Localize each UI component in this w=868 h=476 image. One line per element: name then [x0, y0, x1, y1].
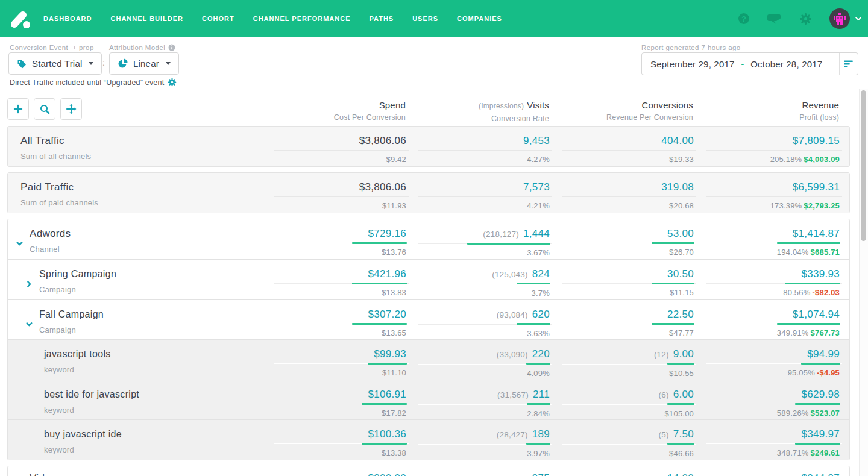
- spend-value[interactable]: $3,806.06: [359, 181, 406, 193]
- column-header-spend[interactable]: SpendCost Per Conversion: [264, 99, 408, 123]
- settings-icon[interactable]: [799, 13, 812, 25]
- cell-spend: $99.93$11.10: [265, 348, 409, 380]
- nav-item-companies[interactable]: COMPANIES: [457, 15, 502, 22]
- row-type: keyword: [44, 365, 265, 374]
- user-menu[interactable]: [829, 8, 862, 29]
- cell-visits: (33,090)2204.09%: [409, 348, 552, 380]
- column-subtitle: Conversion Rate: [408, 114, 549, 123]
- nav-item-paths[interactable]: PATHS: [370, 15, 394, 22]
- visits-value[interactable]: 824: [532, 268, 550, 280]
- row-name: Adwords: [30, 228, 265, 239]
- cell-spend: $300.00: [265, 472, 409, 476]
- nav-item-cohort[interactable]: COHORT: [202, 15, 234, 22]
- app-logo[interactable]: [8, 8, 30, 30]
- cell-conversions: (6)6.00$105.00: [552, 389, 696, 420]
- revenue-value[interactable]: $94.99: [807, 348, 840, 360]
- spend-sub: $13.38: [265, 448, 406, 457]
- chat-icon[interactable]: [767, 13, 782, 25]
- table-header: SpendCost Per Conversion(Impressions)Vis…: [7, 89, 850, 126]
- revenue-sub: 349.91%$767.73: [696, 328, 840, 337]
- column-header-revenue[interactable]: RevenueProfit (loss): [696, 99, 841, 123]
- visits-value[interactable]: 220: [532, 348, 550, 360]
- revenue-value[interactable]: $1,414.87: [793, 228, 840, 239]
- column-header-visits[interactable]: (Impressions)VisitsConversion Rate: [408, 99, 552, 123]
- table-row: javascript toolskeyword$99.93$11.10(33,0…: [8, 339, 849, 380]
- conversions-value[interactable]: 6.00: [673, 389, 694, 400]
- revenue-value[interactable]: $629.98: [801, 389, 840, 400]
- conversions-value[interactable]: 14.00: [667, 472, 694, 476]
- conversion-event-dropdown[interactable]: Started Trial: [8, 52, 102, 75]
- visits-value[interactable]: 211: [533, 389, 550, 400]
- conversions-value[interactable]: 30.50: [667, 268, 694, 280]
- attribution-model-dropdown[interactable]: Linear: [109, 52, 179, 75]
- nav-item-channel-performance[interactable]: CHANNEL PERFORMANCE: [253, 15, 351, 22]
- gear-icon[interactable]: [168, 78, 177, 87]
- column-title: Revenue: [696, 99, 839, 111]
- help-icon[interactable]: ?: [738, 13, 750, 25]
- cell-underline: [706, 150, 842, 151]
- row-name-cell: buy javascript idekeyword: [8, 428, 265, 460]
- conversions-value[interactable]: 7.50: [673, 428, 694, 440]
- vertical-scrollbar[interactable]: [859, 89, 868, 476]
- visits-secondary: (28,427): [497, 430, 528, 439]
- profit-amount: $523.07: [811, 409, 840, 418]
- conversions-value[interactable]: 22.50: [667, 308, 694, 320]
- spend-value[interactable]: $100.36: [368, 428, 406, 440]
- row-name-cell: best ide for javascriptkeyword: [8, 389, 265, 420]
- expand-down-icon[interactable]: [16, 239, 24, 250]
- spend-value[interactable]: $106.91: [368, 389, 406, 400]
- conversions-sub: $11.15: [552, 288, 694, 297]
- visits-value[interactable]: 7,573: [523, 181, 550, 193]
- info-icon[interactable]: [168, 44, 175, 51]
- spend-value[interactable]: $421.96: [368, 268, 406, 280]
- visits-sub: 4.21%: [409, 201, 550, 210]
- spend-value[interactable]: $3,806.06: [359, 135, 406, 146]
- cell-conversions: 22.50$47.77: [552, 308, 696, 340]
- revenue-value[interactable]: $349.97: [801, 428, 840, 440]
- conversions-value[interactable]: 53.00: [667, 228, 694, 239]
- expand-down-icon[interactable]: [25, 320, 33, 331]
- conversions-value[interactable]: 404.00: [661, 135, 694, 146]
- scrollbar-thumb[interactable]: [861, 90, 866, 241]
- date-start[interactable]: September 29, 2017: [650, 59, 735, 69]
- revenue-value[interactable]: $6,599.31: [793, 181, 840, 193]
- revenue-value[interactable]: $7,809.15: [793, 135, 840, 146]
- table-card: All TrafficSum of all channels$3,806.06$…: [7, 126, 850, 167]
- table-row: AdwordsChannel$729.16$13.76(218,127)1,44…: [8, 219, 849, 259]
- cell-spend: $729.16$13.76: [265, 228, 409, 259]
- avatar[interactable]: [829, 8, 850, 29]
- date-end[interactable]: October 28, 2017: [750, 59, 822, 69]
- nav-item-channel-builder[interactable]: CHANNEL BUILDER: [111, 15, 184, 22]
- conversions-sub: $46.66: [552, 449, 694, 458]
- cell-spend: $307.20$13.65: [265, 308, 409, 340]
- conversions-sub: $19.33: [552, 155, 694, 164]
- expand-right-icon[interactable]: [25, 280, 33, 290]
- visits-value[interactable]: 189: [532, 428, 550, 440]
- visits-value[interactable]: 975: [532, 472, 550, 476]
- revenue-value[interactable]: $944.97: [801, 472, 840, 476]
- nav-item-dashboard[interactable]: DASHBOARD: [43, 15, 92, 22]
- row-name-cell: Fall CampaignCampaign: [8, 308, 265, 340]
- spend-sub: $11.10: [265, 368, 406, 377]
- revenue-value[interactable]: $1,074.94: [793, 308, 840, 320]
- conversions-value[interactable]: 319.08: [661, 181, 694, 193]
- visits-value[interactable]: 9,453: [523, 135, 550, 146]
- profit-amount: $767.73: [811, 328, 840, 337]
- spend-value[interactable]: $99.93: [374, 348, 406, 360]
- visits-secondary: (33,090): [497, 350, 528, 359]
- nav-item-users[interactable]: USERS: [412, 15, 438, 22]
- date-filter-button[interactable]: [840, 60, 858, 68]
- table-card: AdwordsChannel$729.16$13.76(218,127)1,44…: [7, 219, 850, 460]
- spend-value[interactable]: $729.16: [368, 228, 406, 239]
- revenue-value[interactable]: $339.93: [801, 268, 840, 280]
- spend-value[interactable]: $307.20: [368, 308, 406, 320]
- column-header-conversions[interactable]: ConversionsRevenue Per Conversion: [552, 99, 696, 123]
- spend-value[interactable]: $300.00: [368, 472, 406, 476]
- cell-spend: $3,806.06$11.93: [265, 181, 409, 213]
- svg-text:?: ?: [741, 15, 746, 23]
- conversions-value[interactable]: 9.00: [673, 348, 694, 360]
- visits-value[interactable]: 620: [532, 308, 550, 320]
- date-range-picker[interactable]: September 29, 2017 - October 28, 2017: [641, 52, 858, 75]
- visits-value[interactable]: (218,127)1,444: [483, 228, 550, 240]
- profit-amount: $249.61: [811, 448, 840, 457]
